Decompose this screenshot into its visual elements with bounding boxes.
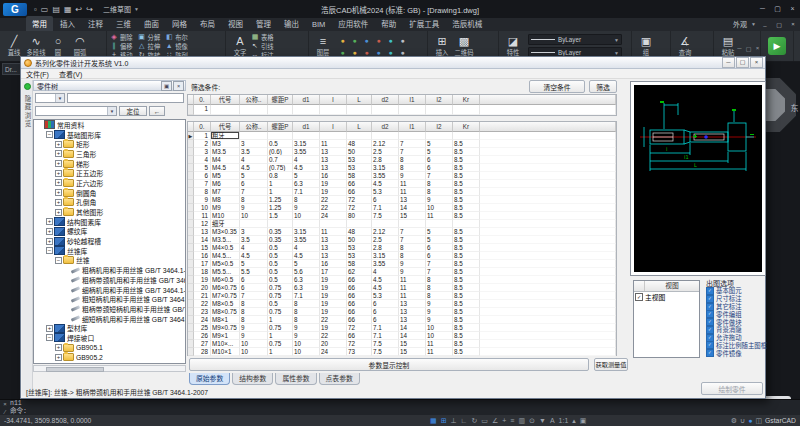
table-cell[interactable]: 66 xyxy=(347,308,372,316)
doc-minimize-button[interactable]: _ xyxy=(760,21,770,27)
column-header[interactable]: d2 xyxy=(372,122,399,132)
ribbon-tab[interactable]: 应用软件 xyxy=(332,16,374,31)
table-cell[interactable]: 10 xyxy=(293,348,320,356)
table-cell[interactable] xyxy=(347,220,372,228)
checkbox-checked-icon[interactable]: ✓ xyxy=(706,326,714,334)
table-cell[interactable]: 13 xyxy=(320,236,347,244)
table-cell[interactable]: 8.5 xyxy=(453,228,480,236)
table-cell[interactable]: 50 xyxy=(347,236,372,244)
table-cell[interactable]: 7 xyxy=(426,268,453,276)
table-cell[interactable]: M9×0.75 xyxy=(211,324,240,332)
table-cell[interactable] xyxy=(372,105,399,115)
table-cell[interactable]: 7 xyxy=(240,188,268,196)
table-cell[interactable]: 8.5 xyxy=(453,260,480,268)
row-number-cell[interactable]: 27 xyxy=(194,340,211,348)
table-cell[interactable]: 1.25 xyxy=(268,204,293,212)
minimize-button[interactable]: ─ xyxy=(755,5,770,13)
param-tab[interactable]: 属性参数 xyxy=(275,373,316,385)
table-cell[interactable]: 19 xyxy=(320,292,347,300)
table-cell[interactable]: 6 xyxy=(240,276,268,284)
table-cell[interactable]: 11 xyxy=(320,228,347,236)
table-cell[interactable]: 22 xyxy=(320,316,347,324)
table-cell[interactable]: 9 xyxy=(293,324,320,332)
table-cell[interactable]: 6 xyxy=(426,244,453,252)
ribbon-tab[interactable]: 常用 xyxy=(26,16,53,31)
new-icon[interactable]: ▫ xyxy=(34,5,37,14)
snap-mode-icon[interactable]: ⊥ xyxy=(451,415,457,426)
table-cell[interactable]: 8.5 xyxy=(453,292,480,300)
view-list-item[interactable]: ✓主视图 xyxy=(634,292,699,302)
column-header[interactable]: L xyxy=(347,95,372,105)
expand-icon[interactable]: + xyxy=(46,238,53,245)
row-number-cell[interactable]: 21 xyxy=(194,292,211,300)
table-cell[interactable]: 1 xyxy=(268,348,293,356)
table-cell[interactable]: 7 xyxy=(399,228,426,236)
column-header[interactable]: 0. xyxy=(194,122,211,132)
table-cell[interactable]: 22 xyxy=(320,332,347,340)
table-cell[interactable]: 1 xyxy=(268,332,293,340)
table-cell[interactable]: 16 xyxy=(320,172,347,180)
table-cell[interactable] xyxy=(347,132,372,140)
row-number-cell[interactable]: 3 xyxy=(194,148,211,156)
document-tab[interactable]: Dr... xyxy=(2,63,22,75)
open-icon[interactable]: ▭ xyxy=(41,5,49,14)
table-cell[interactable]: 2.5 xyxy=(372,236,399,244)
expand-icon[interactable]: + xyxy=(55,344,62,351)
table-cell[interactable]: 8.5 xyxy=(453,340,480,348)
table-cell[interactable]: 6 xyxy=(372,308,399,316)
ribbon-tab[interactable]: 曲面 xyxy=(138,16,165,31)
table-cell[interactable]: 5 xyxy=(293,260,320,268)
table-cell[interactable]: 11 xyxy=(399,292,426,300)
row-number-cell[interactable]: 8 xyxy=(194,188,211,196)
table-cell[interactable]: 8.5 xyxy=(453,236,480,244)
ribbon-tab[interactable]: BIM xyxy=(306,18,331,31)
tree-item[interactable]: 细短柄机用和手用丝锥 GB/T 3464.3-20... xyxy=(34,314,185,324)
table-cell[interactable]: 3.55 xyxy=(293,236,320,244)
layer-state-icon[interactable]: ● xyxy=(337,35,348,46)
table-cell[interactable]: 8 xyxy=(426,292,453,300)
table-cell[interactable]: 13 xyxy=(320,148,347,156)
table-cell[interactable]: 5.5 xyxy=(240,268,268,276)
table-cell[interactable]: M8 xyxy=(211,196,240,204)
param-tab[interactable]: 原始参数 xyxy=(189,373,230,385)
table-cell[interactable]: 7.5 xyxy=(372,212,399,220)
column-header[interactable]: d1 xyxy=(293,122,320,132)
tree-filter-combo[interactable]: ▼ xyxy=(35,93,65,103)
table-cell[interactable]: 8.5 xyxy=(453,324,480,332)
ribbon-tab[interactable]: 布局 xyxy=(194,16,221,31)
ribbon-tool-text-icon[interactable]: A文字 xyxy=(229,35,251,57)
table-cell[interactable]: 2.12 xyxy=(372,140,399,148)
table-cell[interactable]: M8×0.5 xyxy=(211,300,240,308)
table-cell[interactable]: M4×0.5 xyxy=(211,244,240,252)
table-cell[interactable]: 9 xyxy=(426,308,453,316)
doc-restore-button[interactable]: ▢ xyxy=(774,21,784,28)
table-cell[interactable]: 3.15 xyxy=(372,164,399,172)
table-cell[interactable]: 3.5 xyxy=(240,148,268,156)
table-cell[interactable] xyxy=(268,132,293,140)
table-cell[interactable]: 3.55 xyxy=(293,148,320,156)
table-cell[interactable]: 19 xyxy=(320,324,347,332)
table-cell[interactable]: M8×1 xyxy=(211,316,240,324)
tree-item[interactable]: 粗柄带颈机用和手用丝锥 GB/T 3464.1-... xyxy=(34,275,185,285)
table-cell[interactable]: 8.5 xyxy=(453,284,480,292)
table-cell[interactable]: 8.5 xyxy=(453,204,480,212)
table-cell[interactable]: 10 xyxy=(426,204,453,212)
table-cell[interactable]: 14 xyxy=(399,204,426,212)
table-cell[interactable]: 16 xyxy=(320,260,347,268)
save-icon[interactable]: ▤ xyxy=(52,5,60,14)
table-cell[interactable]: 7.1 xyxy=(293,292,320,300)
table-cell[interactable]: 10 xyxy=(240,340,268,348)
display-control-button[interactable]: 参数显示控制 xyxy=(189,358,589,371)
table-cell[interactable]: M6×0.5 xyxy=(211,276,240,284)
ribbon-tool-arc-icon[interactable]: ◠圆弧 xyxy=(69,35,91,57)
expand-icon[interactable]: + xyxy=(55,179,62,186)
table-cell[interactable]: 24 xyxy=(320,348,347,356)
performance-icon[interactable]: ● xyxy=(748,415,752,426)
filter-button[interactable]: 筛选 xyxy=(589,80,617,93)
table-cell[interactable]: 22 xyxy=(320,196,347,204)
table-cell[interactable]: 66 xyxy=(347,276,372,284)
table-cell[interactable]: 19 xyxy=(320,284,347,292)
column-header[interactable]: 公称.. xyxy=(240,95,268,105)
table-cell[interactable]: 13 xyxy=(320,252,347,260)
tree-item[interactable]: 粗柄机用和手用丝锥 GB/T 3464.1-2007 xyxy=(34,265,185,275)
